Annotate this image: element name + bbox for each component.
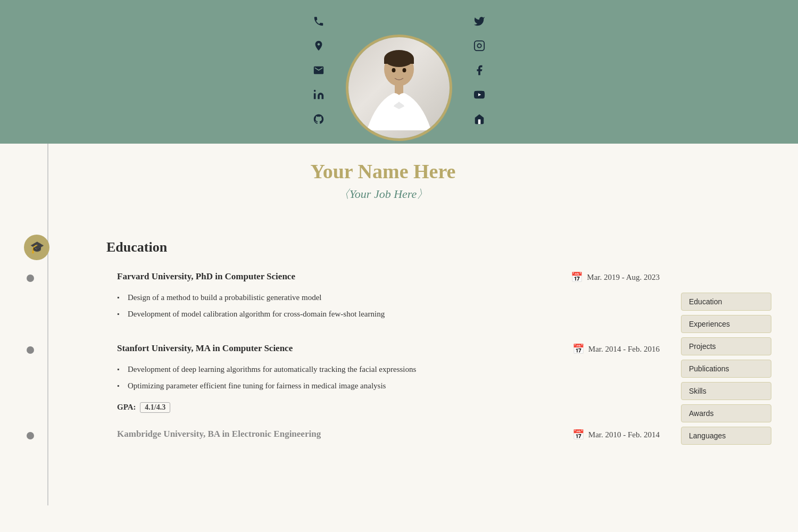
entry-dot-2 bbox=[27, 346, 34, 354]
entry-dot-1 bbox=[27, 275, 34, 282]
svg-rect-3 bbox=[384, 59, 414, 64]
location-icon[interactable] bbox=[313, 40, 325, 55]
header-banner bbox=[0, 0, 798, 144]
edu-entry-2: Stanfort University, MA in Computer Scie… bbox=[106, 343, 660, 413]
section-header-education: 🎓 Education bbox=[106, 239, 660, 255]
bullet-1-1: Design of a method to build a probabilis… bbox=[117, 289, 660, 306]
facebook-icon[interactable] bbox=[473, 64, 485, 79]
entry-header-1: Farvard University, PhD in Computer Scie… bbox=[117, 271, 660, 283]
timeline-container bbox=[0, 144, 96, 505]
calendar-icon-3: 📅 bbox=[572, 429, 584, 440]
name-area: Your Name Here 〈Your Job Here〉 bbox=[106, 144, 660, 223]
person-job: 〈Your Job Here〉 bbox=[106, 186, 660, 202]
entry-dot-3 bbox=[27, 432, 34, 439]
twitter-icon[interactable] bbox=[473, 15, 485, 30]
edu-entry-3: Kambridge University, BA in Electronic E… bbox=[106, 429, 660, 447]
instagram-icon[interactable] bbox=[473, 40, 485, 55]
github-icon[interactable] bbox=[313, 113, 325, 128]
date-3: 📅 Mar. 2010 - Feb. 2014 bbox=[572, 429, 660, 440]
education-section: 🎓 Education Farvard University, PhD in C… bbox=[106, 223, 660, 473]
sidebar-item-projects[interactable]: Projects bbox=[681, 337, 771, 355]
youtube-icon[interactable] bbox=[473, 89, 485, 104]
education-section-title: Education bbox=[106, 239, 167, 255]
svg-rect-7 bbox=[475, 41, 484, 51]
header-icons-right bbox=[473, 15, 485, 128]
sidebar-item-experiences[interactable]: Experiences bbox=[681, 315, 771, 333]
linkedin-icon[interactable] bbox=[313, 89, 325, 104]
bullets-1: Design of a method to build a probabilis… bbox=[117, 289, 660, 322]
institution-1: Farvard University, PhD in Computer Scie… bbox=[117, 271, 295, 282]
gpa-label-2: GPA: 4.1/4.3 bbox=[117, 402, 660, 413]
date-text-3: Mar. 2010 - Feb. 2014 bbox=[588, 430, 660, 439]
sidebar-item-education[interactable]: Education bbox=[681, 293, 771, 311]
svg-point-4 bbox=[392, 68, 396, 72]
education-icon-circle: 🎓 bbox=[24, 235, 49, 260]
date-2: 📅 Mar. 2014 - Feb. 2016 bbox=[572, 343, 660, 355]
gpa-value-2: 4.1/4.3 bbox=[140, 402, 170, 413]
bullet-2-2: Optimizing parameter efficient fine tuni… bbox=[117, 378, 660, 394]
entry-header-3: Kambridge University, BA in Electronic E… bbox=[117, 429, 660, 440]
header-icons-left bbox=[313, 15, 325, 128]
avatar bbox=[346, 35, 452, 141]
institution-2: Stanfort University, MA in Computer Scie… bbox=[117, 343, 293, 354]
svg-point-5 bbox=[403, 68, 406, 72]
date-text-2: Mar. 2014 - Feb. 2016 bbox=[588, 345, 660, 354]
timeline-line bbox=[47, 144, 48, 505]
date-1: 📅 Mar. 2019 - Aug. 2023 bbox=[571, 271, 660, 283]
date-text-1: Mar. 2019 - Aug. 2023 bbox=[587, 273, 660, 282]
sidebar-item-publications[interactable]: Publications bbox=[681, 360, 771, 378]
sidebar-item-awards[interactable]: Awards bbox=[681, 404, 771, 422]
sidebar-item-languages[interactable]: Languages bbox=[681, 427, 771, 445]
calendar-icon-1: 📅 bbox=[571, 271, 583, 283]
home-icon[interactable] bbox=[473, 113, 485, 128]
entry-header-2: Stanfort University, MA in Computer Scie… bbox=[117, 343, 660, 355]
bullets-2: Development of deep learning algorithms … bbox=[117, 361, 660, 394]
email-icon[interactable] bbox=[313, 64, 325, 79]
main-content: Your Name Here 〈Your Job Here〉 🎓 Educati… bbox=[0, 144, 798, 505]
person-name: Your Name Here bbox=[106, 160, 660, 183]
sidebar-item-skills[interactable]: Skills bbox=[681, 382, 771, 400]
right-sidebar: Education Experiences Projects Publicati… bbox=[681, 144, 777, 505]
center-content: Your Name Here 〈Your Job Here〉 🎓 Educati… bbox=[96, 144, 681, 505]
calendar-icon-2: 📅 bbox=[572, 343, 584, 355]
bullet-2-1: Development of deep learning algorithms … bbox=[117, 361, 660, 378]
edu-entry-1: Farvard University, PhD in Computer Scie… bbox=[106, 271, 660, 327]
svg-point-0 bbox=[314, 90, 316, 92]
phone-icon[interactable] bbox=[313, 15, 325, 30]
sidebar-nav: Education Experiences Projects Publicati… bbox=[681, 293, 771, 445]
institution-3: Kambridge University, BA in Electronic E… bbox=[117, 429, 321, 439]
bullet-1-2: Development of model calibration algorit… bbox=[117, 306, 660, 322]
